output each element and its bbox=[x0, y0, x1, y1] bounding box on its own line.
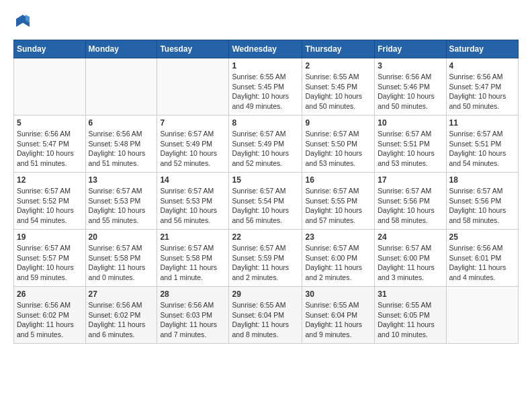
calendar-cell: 7Sunrise: 6:57 AM Sunset: 5:49 PM Daylig… bbox=[157, 116, 229, 173]
day-number: 3 bbox=[378, 61, 443, 71]
day-number: 4 bbox=[449, 61, 515, 71]
day-header-monday: Monday bbox=[85, 40, 157, 58]
logo-text bbox=[13, 13, 31, 33]
day-info: Sunrise: 6:55 AM Sunset: 5:45 PM Dayligh… bbox=[305, 72, 371, 111]
day-number: 26 bbox=[17, 289, 83, 299]
logo-icon bbox=[15, 13, 31, 30]
day-number: 31 bbox=[378, 289, 443, 299]
day-info: Sunrise: 6:55 AM Sunset: 6:05 PM Dayligh… bbox=[378, 300, 443, 340]
calendar-cell: 3Sunrise: 6:56 AM Sunset: 5:46 PM Daylig… bbox=[375, 58, 446, 116]
day-info: Sunrise: 6:55 AM Sunset: 5:45 PM Dayligh… bbox=[232, 72, 299, 111]
day-number: 13 bbox=[89, 175, 154, 185]
day-number: 18 bbox=[449, 175, 515, 185]
calendar-cell: 5Sunrise: 6:56 AM Sunset: 5:47 PM Daylig… bbox=[14, 116, 86, 173]
day-info: Sunrise: 6:57 AM Sunset: 5:51 PM Dayligh… bbox=[378, 129, 443, 169]
calendar-cell: 14Sunrise: 6:57 AM Sunset: 5:53 PM Dayli… bbox=[157, 173, 229, 230]
day-info: Sunrise: 6:56 AM Sunset: 6:02 PM Dayligh… bbox=[89, 300, 154, 340]
day-number: 22 bbox=[232, 232, 299, 242]
day-number: 30 bbox=[305, 289, 371, 299]
day-info: Sunrise: 6:57 AM Sunset: 5:59 PM Dayligh… bbox=[232, 243, 299, 283]
day-number: 7 bbox=[160, 118, 226, 128]
calendar-cell: 22Sunrise: 6:57 AM Sunset: 5:59 PM Dayli… bbox=[229, 230, 302, 287]
day-info: Sunrise: 6:57 AM Sunset: 5:49 PM Dayligh… bbox=[160, 129, 226, 169]
calendar-cell: 10Sunrise: 6:57 AM Sunset: 5:51 PM Dayli… bbox=[375, 116, 446, 173]
day-info: Sunrise: 6:56 AM Sunset: 5:48 PM Dayligh… bbox=[89, 129, 154, 169]
day-number: 6 bbox=[89, 118, 154, 128]
day-info: Sunrise: 6:56 AM Sunset: 5:46 PM Dayligh… bbox=[378, 72, 443, 111]
day-info: Sunrise: 6:57 AM Sunset: 5:51 PM Dayligh… bbox=[449, 129, 515, 169]
calendar-cell bbox=[157, 58, 229, 116]
calendar-cell: 15Sunrise: 6:57 AM Sunset: 5:54 PM Dayli… bbox=[229, 173, 302, 230]
day-number: 5 bbox=[17, 118, 83, 128]
day-number: 1 bbox=[232, 61, 299, 71]
calendar-cell: 24Sunrise: 6:57 AM Sunset: 6:00 PM Dayli… bbox=[375, 230, 446, 287]
day-number: 12 bbox=[17, 175, 83, 185]
day-number: 9 bbox=[305, 118, 371, 128]
day-info: Sunrise: 6:57 AM Sunset: 5:52 PM Dayligh… bbox=[17, 186, 83, 226]
calendar-cell: 30Sunrise: 6:55 AM Sunset: 6:04 PM Dayli… bbox=[302, 287, 375, 344]
calendar-cell: 27Sunrise: 6:56 AM Sunset: 6:02 PM Dayli… bbox=[85, 287, 157, 344]
day-number: 14 bbox=[160, 175, 226, 185]
calendar-cell bbox=[85, 58, 157, 116]
week-row-4: 19Sunrise: 6:57 AM Sunset: 5:57 PM Dayli… bbox=[14, 230, 519, 287]
calendar-cell: 28Sunrise: 6:56 AM Sunset: 6:03 PM Dayli… bbox=[157, 287, 229, 344]
day-info: Sunrise: 6:56 AM Sunset: 6:02 PM Dayligh… bbox=[17, 300, 83, 340]
calendar-cell: 21Sunrise: 6:57 AM Sunset: 5:58 PM Dayli… bbox=[157, 230, 229, 287]
day-number: 11 bbox=[449, 118, 515, 128]
day-number: 10 bbox=[378, 118, 443, 128]
day-info: Sunrise: 6:57 AM Sunset: 5:54 PM Dayligh… bbox=[232, 186, 299, 226]
calendar-cell: 4Sunrise: 6:56 AM Sunset: 5:47 PM Daylig… bbox=[446, 58, 518, 116]
day-number: 16 bbox=[305, 175, 371, 185]
day-number: 8 bbox=[232, 118, 299, 128]
day-number: 20 bbox=[89, 232, 154, 242]
day-header-friday: Friday bbox=[375, 40, 446, 58]
calendar-cell: 16Sunrise: 6:57 AM Sunset: 5:55 PM Dayli… bbox=[302, 173, 375, 230]
day-number: 24 bbox=[378, 232, 443, 242]
day-info: Sunrise: 6:57 AM Sunset: 5:56 PM Dayligh… bbox=[449, 186, 515, 226]
calendar-cell: 29Sunrise: 6:55 AM Sunset: 6:04 PM Dayli… bbox=[229, 287, 302, 344]
day-number: 2 bbox=[305, 61, 371, 71]
day-info: Sunrise: 6:57 AM Sunset: 6:00 PM Dayligh… bbox=[378, 243, 443, 283]
page-header bbox=[13, 13, 519, 33]
day-info: Sunrise: 6:57 AM Sunset: 6:00 PM Dayligh… bbox=[305, 243, 371, 283]
calendar-cell: 19Sunrise: 6:57 AM Sunset: 5:57 PM Dayli… bbox=[14, 230, 86, 287]
calendar-cell: 11Sunrise: 6:57 AM Sunset: 5:51 PM Dayli… bbox=[446, 116, 518, 173]
day-number: 15 bbox=[232, 175, 299, 185]
day-number: 21 bbox=[160, 232, 226, 242]
day-info: Sunrise: 6:57 AM Sunset: 5:55 PM Dayligh… bbox=[305, 186, 371, 226]
calendar-cell: 13Sunrise: 6:57 AM Sunset: 5:53 PM Dayli… bbox=[85, 173, 157, 230]
day-info: Sunrise: 6:56 AM Sunset: 6:01 PM Dayligh… bbox=[449, 243, 515, 283]
calendar-cell: 6Sunrise: 6:56 AM Sunset: 5:48 PM Daylig… bbox=[85, 116, 157, 173]
day-info: Sunrise: 6:57 AM Sunset: 5:49 PM Dayligh… bbox=[232, 129, 299, 169]
calendar-table: SundayMondayTuesdayWednesdayThursdayFrid… bbox=[13, 40, 519, 344]
day-info: Sunrise: 6:55 AM Sunset: 6:04 PM Dayligh… bbox=[232, 300, 299, 340]
day-number: 27 bbox=[89, 289, 154, 299]
calendar-cell: 17Sunrise: 6:57 AM Sunset: 5:56 PM Dayli… bbox=[375, 173, 446, 230]
calendar-cell: 8Sunrise: 6:57 AM Sunset: 5:49 PM Daylig… bbox=[229, 116, 302, 173]
calendar-cell: 2Sunrise: 6:55 AM Sunset: 5:45 PM Daylig… bbox=[302, 58, 375, 116]
day-header-wednesday: Wednesday bbox=[229, 40, 302, 58]
calendar-cell: 1Sunrise: 6:55 AM Sunset: 5:45 PM Daylig… bbox=[229, 58, 302, 116]
calendar-cell: 18Sunrise: 6:57 AM Sunset: 5:56 PM Dayli… bbox=[446, 173, 518, 230]
day-info: Sunrise: 6:57 AM Sunset: 5:58 PM Dayligh… bbox=[89, 243, 154, 283]
calendar-cell: 31Sunrise: 6:55 AM Sunset: 6:05 PM Dayli… bbox=[375, 287, 446, 344]
week-row-1: 1Sunrise: 6:55 AM Sunset: 5:45 PM Daylig… bbox=[14, 58, 519, 116]
day-number: 23 bbox=[305, 232, 371, 242]
day-header-thursday: Thursday bbox=[302, 40, 375, 58]
day-header-saturday: Saturday bbox=[446, 40, 518, 58]
calendar-cell: 9Sunrise: 6:57 AM Sunset: 5:50 PM Daylig… bbox=[302, 116, 375, 173]
day-header-sunday: Sunday bbox=[14, 40, 86, 58]
day-info: Sunrise: 6:56 AM Sunset: 6:03 PM Dayligh… bbox=[160, 300, 226, 340]
day-header-tuesday: Tuesday bbox=[157, 40, 229, 58]
calendar-cell: 20Sunrise: 6:57 AM Sunset: 5:58 PM Dayli… bbox=[85, 230, 157, 287]
day-number: 25 bbox=[449, 232, 515, 242]
week-row-5: 26Sunrise: 6:56 AM Sunset: 6:02 PM Dayli… bbox=[14, 287, 519, 344]
calendar-cell bbox=[446, 287, 518, 344]
calendar-cell: 12Sunrise: 6:57 AM Sunset: 5:52 PM Dayli… bbox=[14, 173, 86, 230]
day-number: 19 bbox=[17, 232, 83, 242]
calendar-cell bbox=[14, 58, 86, 116]
days-header-row: SundayMondayTuesdayWednesdayThursdayFrid… bbox=[14, 40, 519, 58]
day-info: Sunrise: 6:55 AM Sunset: 6:04 PM Dayligh… bbox=[305, 300, 371, 340]
day-info: Sunrise: 6:57 AM Sunset: 5:56 PM Dayligh… bbox=[378, 186, 443, 226]
day-number: 28 bbox=[160, 289, 226, 299]
